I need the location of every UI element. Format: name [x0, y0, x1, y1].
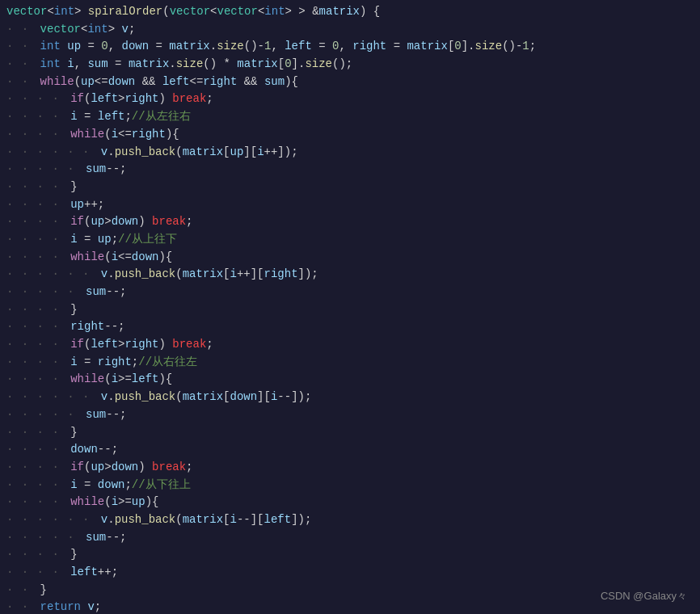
line-indent-dots: · · · · — [6, 564, 67, 582]
line-code: } — [70, 179, 77, 196]
line-indent-dots: · · · · — [6, 249, 67, 267]
code-line: · · · · · · v.push_back(matrix[up][i++])… — [0, 144, 700, 162]
code-line: · · · · · · v.push_back(matrix[i++][righ… — [0, 266, 700, 284]
line-code: if(up>down) break; — [70, 213, 192, 231]
line-indent-dots: · · · · · — [6, 161, 82, 179]
line-indent-dots: · · · · — [6, 354, 67, 372]
line-code: sum--; — [86, 406, 126, 424]
line-indent-dots: · · · · — [6, 179, 67, 196]
line-code: } — [40, 582, 47, 599]
line-indent-dots: · · — [6, 56, 37, 74]
code-line: · · · · if(left>right) break; — [0, 336, 700, 354]
code-line: · · · · · · v.push_back(matrix[down][i--… — [0, 389, 700, 406]
line-code: i = down;//从下往上 — [70, 477, 190, 494]
line-indent-dots: · · — [6, 599, 37, 614]
line-indent-dots: · · · · · · — [6, 144, 98, 162]
line-code: left++; — [70, 564, 118, 582]
code-line: · · · · if(up>down) break; — [0, 459, 700, 477]
code-line: · · · · while(i<=down){ — [0, 249, 700, 267]
line-indent-dots: · · · · — [6, 459, 67, 477]
code-line: · · · · i = down;//从下往上 — [0, 477, 700, 494]
line-indent-dots: · · · · — [6, 318, 67, 336]
code-line: · · vector<int> v; — [0, 21, 700, 39]
line-code: i = right;//从右往左 — [70, 354, 197, 372]
line-code: } — [70, 424, 77, 442]
line-indent-dots: · · · · — [6, 196, 67, 214]
line-indent-dots: · · · · — [6, 301, 67, 319]
line-indent-dots: · · · · — [6, 231, 67, 249]
code-line: · · · · } — [0, 546, 700, 564]
line-code: return v; — [40, 599, 102, 614]
line-code: down--; — [70, 441, 118, 459]
line-indent-dots: · · · · — [6, 546, 67, 564]
line-indent-dots: · · · · · · — [6, 511, 98, 529]
code-line: · · · · · sum--; — [0, 406, 700, 424]
line-indent-dots: · · — [6, 74, 37, 91]
line-indent-dots: · · · · — [6, 477, 67, 494]
line-code: while(i>=up){ — [70, 494, 158, 511]
line-code: int up = 0, down = matrix.size()-1, left… — [40, 38, 537, 56]
line-indent-dots: · · · · — [6, 441, 67, 459]
code-editor: vector<int> spiralOrder(vector<vector<in… — [0, 0, 700, 614]
line-code: vector<int> v; — [40, 21, 136, 39]
code-line: · · · · down--; — [0, 441, 700, 459]
code-line: · · · · i = right;//从右往左 — [0, 354, 700, 372]
line-code: } — [70, 301, 77, 319]
code-line: · · } — [0, 582, 700, 599]
line-code: v.push_back(matrix[up][i++]); — [101, 144, 298, 162]
line-indent-dots: · · · · — [6, 126, 67, 144]
line-code: while(i<=down){ — [70, 249, 172, 267]
line-code: v.push_back(matrix[i--][left]); — [101, 511, 312, 529]
line-code: sum--; — [86, 529, 126, 547]
line-indent-dots: · · · · — [6, 494, 67, 511]
code-line: · · · · } — [0, 301, 700, 319]
code-line: · · int i, sum = matrix.size() * matrix[… — [0, 56, 700, 74]
line-indent-dots: · · · · — [6, 336, 67, 354]
line-indent-dots: · · · · — [6, 371, 67, 389]
line-code: sum--; — [86, 161, 126, 179]
code-line: · · · · } — [0, 424, 700, 442]
line-code: } — [70, 546, 77, 564]
line-indent-dots: · · · · · · — [6, 389, 98, 406]
line-indent-dots: · · — [6, 21, 37, 39]
line-code: up++; — [70, 196, 104, 214]
line-code: if(left>right) break; — [70, 90, 213, 108]
line-indent-dots: · · · · · — [6, 529, 82, 547]
code-line: · · · · i = up;//从上往下 — [0, 231, 700, 249]
line-indent-dots: · · · · — [6, 90, 67, 108]
line-code: i = up;//从上往下 — [70, 231, 177, 249]
code-line: · · · · if(up>down) break; — [0, 213, 700, 231]
watermark-text: CSDN @Galaxy々 — [601, 588, 687, 604]
line-indent-dots: · · · · · — [6, 284, 82, 301]
code-line: · · · · right--; — [0, 318, 700, 336]
code-line: · · · · · sum--; — [0, 161, 700, 179]
line-code: int i, sum = matrix.size() * matrix[0].s… — [40, 56, 353, 74]
line-code: right--; — [70, 318, 124, 336]
line-code: while(i<=right){ — [70, 126, 179, 144]
line-indent-dots: · · — [6, 38, 37, 56]
code-line: · · · · · sum--; — [0, 529, 700, 547]
line-code: vector<int> spiralOrder(vector<vector<in… — [6, 3, 380, 21]
line-code: i = left;//从左往右 — [70, 108, 190, 126]
code-line: · · return v; — [0, 599, 700, 614]
line-code: while(up<=down && left<=right && sum){ — [40, 74, 298, 91]
code-line: · · · · if(left>right) break; — [0, 90, 700, 108]
line-code: while(i>=left){ — [70, 371, 172, 389]
line-code: if(left>right) break; — [70, 336, 213, 354]
code-line: · · · · while(i>=up){ — [0, 494, 700, 511]
line-indent-dots: · · · · — [6, 213, 67, 231]
line-indent-dots: · · — [6, 582, 37, 599]
code-line: · · while(up<=down && left<=right && sum… — [0, 74, 700, 91]
code-line: · · · · · · v.push_back(matrix[i--][left… — [0, 511, 700, 529]
line-indent-dots: · · · · · · — [6, 266, 98, 284]
code-line: · · · · up++; — [0, 196, 700, 214]
code-line: · · · · left++; — [0, 564, 700, 582]
line-code: sum--; — [86, 284, 126, 301]
code-line: · · · · · sum--; — [0, 284, 700, 301]
line-code: v.push_back(matrix[down][i--]); — [101, 389, 312, 406]
code-line: · · · · } — [0, 179, 700, 196]
code-line: · · · · while(i>=left){ — [0, 371, 700, 389]
line-indent-dots: · · · · · — [6, 406, 82, 424]
code-line: · · · · while(i<=right){ — [0, 126, 700, 144]
code-line: vector<int> spiralOrder(vector<vector<in… — [0, 3, 700, 21]
